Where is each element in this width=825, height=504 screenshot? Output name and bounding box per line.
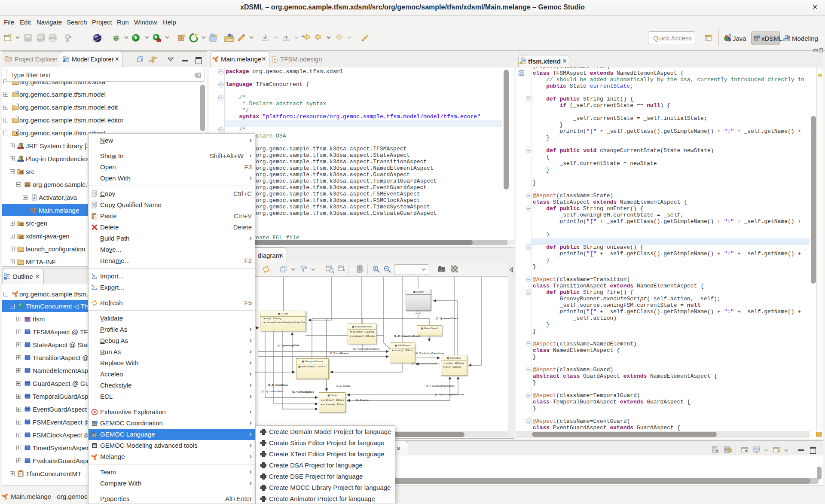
svg-text:M: M	[93, 444, 96, 448]
svg-text:J: J	[33, 195, 36, 200]
svg-text:Gr: Gr	[210, 33, 214, 37]
svg-text:M: M	[787, 35, 790, 39]
svg-text:J: J	[728, 34, 731, 39]
